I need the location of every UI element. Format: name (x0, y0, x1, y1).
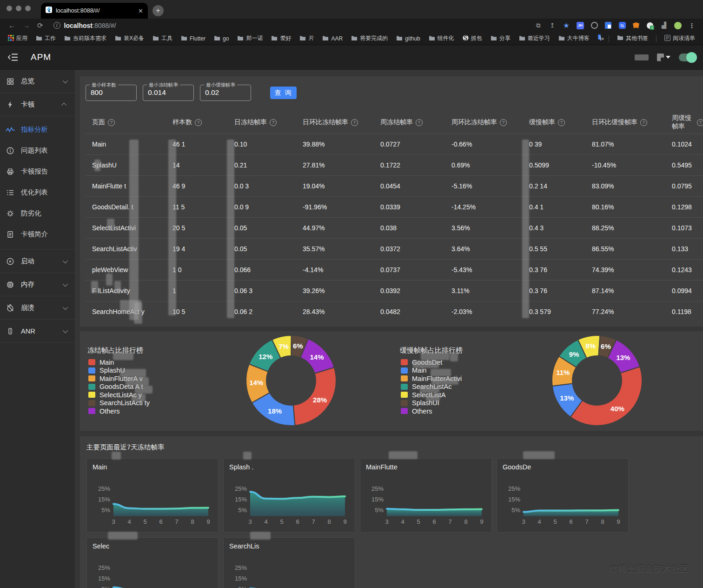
metamask-icon[interactable] (632, 22, 640, 29)
trend-card[interactable]: Splash .25%15%5%3456789 (223, 458, 355, 533)
bookmark-item[interactable]: 将要完成的 (348, 33, 391, 44)
legend-item[interactable]: SplashUI (401, 399, 462, 408)
help-icon[interactable]: ? (108, 119, 115, 126)
legend-item[interactable]: GoodsDeta A t (88, 383, 150, 391)
bookmark-item[interactable]: AAR (319, 33, 346, 44)
bookmark-item[interactable]: 装X必备 (112, 33, 147, 44)
help-icon[interactable]: ? (500, 119, 507, 126)
legend-item[interactable]: Main (401, 367, 462, 375)
bookmark-item[interactable]: 应用 (5, 33, 31, 44)
share-icon[interactable]: ↥ (549, 22, 556, 29)
sidebar-group[interactable]: ANR (0, 320, 75, 343)
filter-input[interactable]: 最小缓慢帧率0.02 (200, 85, 251, 101)
docs-translate-icon[interactable] (604, 22, 612, 29)
sidebar-group[interactable]: 启动 (0, 250, 75, 273)
trend-card[interactable]: SearchLis25%15%5%3456789 (223, 537, 355, 588)
site-info-icon[interactable]: i (53, 22, 60, 29)
profile-avatar-icon[interactable] (674, 22, 682, 29)
help-icon[interactable]: ? (195, 119, 202, 126)
query-button[interactable]: 查 询 (270, 87, 297, 99)
theme-toggle[interactable] (679, 53, 696, 61)
sidebar-group[interactable]: 总览 (0, 70, 75, 93)
legend-item[interactable]: SearchListAc (401, 383, 462, 391)
legend-item[interactable]: SelectListAc y (88, 391, 150, 399)
extensions-puzzle-icon[interactable]: ▟ (660, 22, 668, 29)
sheets-icon[interactable]: X (646, 22, 654, 29)
tab-close-icon[interactable]: ✕ (138, 7, 143, 14)
bookmarks-overflow-chevron[interactable]: » (601, 35, 604, 42)
column-header[interactable]: 日环比缓慢帧率? (592, 118, 672, 127)
help-icon[interactable]: ? (640, 119, 647, 126)
bookmark-item[interactable]: 工作 (33, 33, 59, 44)
bookmark-item[interactable]: 大牛博客 (555, 33, 593, 44)
column-header[interactable]: 日冻结帧率? (234, 118, 303, 127)
help-icon[interactable]: ? (416, 119, 423, 126)
back-icon[interactable]: ← (8, 21, 15, 29)
trend-card[interactable]: Main25%15%5%3456789 (86, 458, 219, 533)
table-row[interactable]: SearchHomeAct y10 50.06 228.43%0.0482-2.… (86, 301, 703, 322)
table-row[interactable]: MainFlutte t46 90.0 319.04%0.0454-5.16%0… (86, 175, 703, 196)
jh-badge-icon[interactable]: JH (577, 22, 584, 29)
legend-item[interactable]: GoodsDet (401, 358, 462, 367)
column-header[interactable]: 周环比冻结帧率? (451, 118, 529, 127)
sidebar-item[interactable]: 防劣化 (0, 203, 75, 224)
filter-input[interactable]: 最小样本数800 (86, 85, 137, 101)
column-header[interactable]: 页面? (92, 118, 172, 127)
help-icon[interactable]: ? (270, 119, 277, 126)
bookmark-item[interactable]: 工具 (149, 33, 176, 44)
circle-icon[interactable] (590, 22, 598, 29)
legend-item[interactable]: SearchListActi ty (88, 399, 150, 408)
help-icon[interactable]: ? (697, 119, 703, 126)
bookmark-item[interactable]: 抓包 (459, 33, 485, 44)
help-icon[interactable]: ? (351, 119, 358, 126)
table-row[interactable]: SelectListActivi20 50.0544.97%0.0383.56%… (86, 217, 703, 238)
forward-icon[interactable]: → (23, 21, 30, 29)
bookmark-item[interactable]: 爱好 (268, 33, 294, 44)
table-row[interactable]: F lListActivity10.06 339.26%0.03923.11%0… (86, 280, 703, 301)
bookmark-item[interactable]: 分享 (487, 33, 514, 44)
table-row[interactable]: SearchListActiv19 40.0535.57%0.03723.64%… (86, 238, 703, 259)
legend-item[interactable]: Others (88, 407, 150, 415)
sidebar-group[interactable]: 崩溃 (0, 296, 75, 320)
bookmark-item[interactable]: go (211, 33, 232, 44)
window-traffic-lights[interactable] (7, 6, 31, 11)
sidebar-group[interactable]: 卡顿 (0, 93, 75, 116)
bookmark-item[interactable]: github (393, 33, 424, 44)
bookmark-item[interactable]: A文翻译 (595, 33, 601, 44)
new-tab-button[interactable]: + (153, 5, 164, 16)
sidebar-toggle-icon[interactable] (7, 52, 19, 62)
table-row[interactable]: pleWebView1 00.066-4.14%0.0737-5.43%0.3 … (86, 259, 703, 280)
sidebar-item[interactable]: 问题列表 (0, 140, 75, 161)
table-row[interactable]: Main46 10.1039.88%0.0727-0.66%0 3981.07%… (86, 134, 703, 154)
sidebar-item[interactable]: 卡顿简介 (0, 224, 75, 245)
legend-item[interactable]: Main (88, 358, 150, 367)
legend-item[interactable]: MainFlutterA v (88, 374, 150, 383)
sidebar-item[interactable]: 卡顿报告 (0, 161, 75, 182)
column-header[interactable]: 周缓慢帧率? (672, 114, 703, 131)
legend-item[interactable]: Others (401, 407, 462, 415)
legend-item[interactable]: SplashU (88, 367, 150, 375)
bookmark-item[interactable]: 郑一诺 (234, 33, 266, 44)
trend-card[interactable]: GoodsDe25%15%5%3456789 (497, 458, 629, 533)
column-header[interactable]: 缓慢帧率? (529, 118, 592, 127)
sidebar-item[interactable]: 优化列表 (0, 182, 75, 203)
open-in-new-icon[interactable]: ⧉ (535, 22, 542, 29)
reload-icon[interactable]: ⟳ (37, 21, 43, 30)
filter-input[interactable]: 最小冻结帧率0.014 (143, 85, 194, 101)
trend-card[interactable]: Selec25%15%5%3456789 (86, 537, 219, 588)
bookmark-item[interactable]: 最近学习 (516, 33, 553, 44)
help-icon[interactable]: ? (558, 119, 565, 126)
address-bar[interactable]: i localhost:8088/#/ (53, 22, 535, 29)
bookmark-item[interactable]: 当前版本需求 (61, 33, 110, 44)
env-selector[interactable] (657, 53, 670, 61)
column-header[interactable]: 样本数? (172, 118, 234, 127)
table-row[interactable]: GoodsDetail. t11 50.0 9-91.96%0.0339-14.… (86, 196, 703, 217)
legend-item[interactable]: SelectListA (401, 391, 462, 399)
bookmark-item[interactable]: Flutter (178, 33, 209, 44)
legend-item[interactable]: MainFlutterActivi (401, 374, 462, 383)
sidebar-group[interactable]: 内存 (0, 273, 75, 296)
bookmark-item[interactable]: 组件化 (425, 33, 458, 44)
bookmark-star-icon[interactable]: ★ (563, 22, 570, 29)
menu-dots-icon[interactable]: ⋮ (688, 22, 696, 29)
column-header[interactable]: 日环比冻结帧率? (303, 118, 380, 127)
